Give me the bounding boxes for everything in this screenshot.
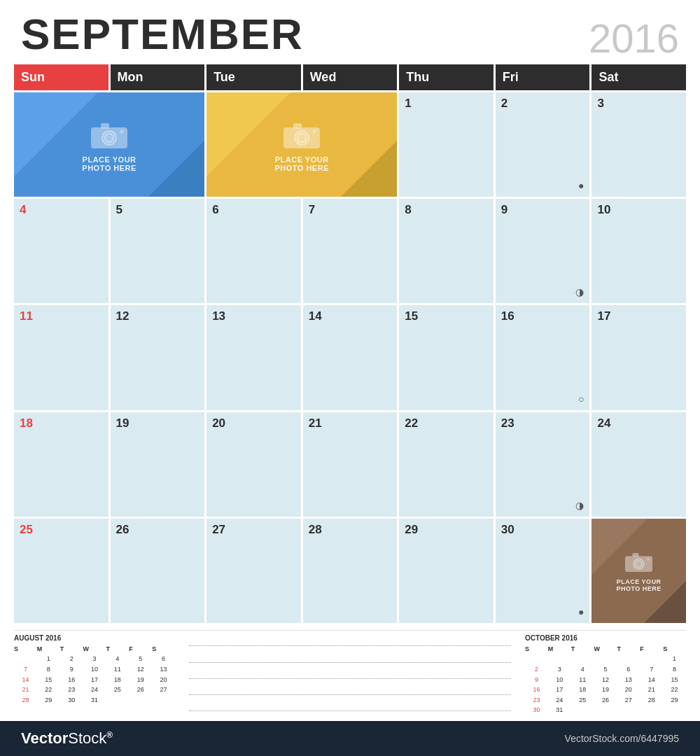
day-num-13: 13: [212, 309, 225, 323]
mc2-h-s: S: [525, 644, 548, 654]
mc-h-t2: T: [106, 644, 129, 654]
day-num-2: 2: [501, 97, 507, 111]
notes-area: [175, 634, 525, 715]
mc-25: 25: [106, 685, 129, 695]
mc2-3: 3: [548, 664, 571, 675]
day-11: 11: [14, 305, 108, 410]
mc2-12: 12: [594, 675, 617, 685]
week-row-5: 25 26 27 28 29 30 ●: [14, 519, 686, 623]
footer-brand-bold: Vector: [21, 729, 68, 747]
footer-brand-light: Stock: [68, 729, 106, 747]
day-header-thu: Thu: [399, 64, 493, 90]
mc-22: 22: [37, 685, 60, 695]
day-18: 18: [14, 412, 108, 517]
day-19: 19: [111, 412, 205, 517]
year-title: 2016: [589, 18, 679, 59]
day-num-19: 19: [116, 416, 130, 430]
day-header-tue: Tue: [206, 64, 301, 90]
svg-rect-13: [633, 553, 639, 557]
mini-cal-next-title: OCTOBER 2016: [525, 634, 686, 642]
day-24: 24: [592, 412, 686, 517]
mc2-4: 4: [571, 664, 594, 675]
mc-1: 1: [37, 654, 60, 664]
mc-26: 26: [129, 685, 152, 695]
mc-29: 29: [37, 695, 60, 706]
mc-15: 15: [37, 675, 60, 685]
day-13: 13: [206, 305, 301, 410]
day-num-17: 17: [597, 309, 610, 323]
day-14: 14: [303, 305, 398, 410]
day-num-22: 22: [405, 416, 418, 430]
day-12: 12: [111, 305, 205, 410]
mc2-e5: [617, 654, 640, 664]
note-line-5: [189, 701, 511, 711]
day-num-29: 29: [405, 523, 418, 537]
mini-cal-prev-title: AUGUST 2016: [14, 634, 175, 642]
mc-h-f: F: [129, 644, 152, 654]
mc-9: 9: [60, 664, 83, 675]
day-5: 5: [111, 199, 205, 303]
mc-8: 8: [37, 664, 60, 675]
week-row-2: 4 5 6 7 8 9 ◑ 10: [14, 199, 686, 303]
mc-17: 17: [83, 675, 106, 685]
mc-11: 11: [106, 664, 129, 675]
day-8: 8: [399, 199, 493, 303]
mc2-19: 19: [594, 685, 617, 695]
mc-16: 16: [60, 675, 83, 685]
mc2-16: 16: [525, 685, 548, 695]
day-25: 25: [14, 519, 108, 623]
mc-20: 20: [152, 675, 175, 685]
day-30: 30 ●: [496, 519, 590, 623]
mc2-15: 15: [663, 675, 686, 685]
mc2-26: 26: [594, 695, 617, 706]
mc2-11: 11: [571, 675, 594, 685]
mc-2: 2: [60, 654, 83, 664]
day-17: 17: [592, 305, 686, 410]
day-num-16: 16: [501, 309, 514, 323]
day-num-3: 3: [597, 97, 603, 111]
mc-3: 3: [83, 654, 106, 664]
day-num-23: 23: [501, 416, 514, 430]
photo-text-3: PLACE YOURPHOTO HERE: [617, 578, 662, 592]
bottom-section: AUGUST 2016 S M T W T F S 1 2 3 4 5 6 7 …: [0, 631, 700, 721]
mc-5: 5: [129, 654, 152, 664]
day-26: 26: [111, 519, 205, 623]
mini-cal-prev: AUGUST 2016 S M T W T F S 1 2 3 4 5 6 7 …: [14, 634, 175, 715]
day-num-26: 26: [116, 523, 130, 537]
mc2-31: 31: [548, 705, 571, 715]
day-num-28: 28: [309, 523, 322, 537]
footer-brand: VectorStock®: [21, 729, 113, 748]
moon-16: ○: [578, 393, 584, 405]
mc2-h-w: W: [594, 644, 617, 654]
mc2-h-t: T: [571, 644, 594, 654]
mc2-17: 17: [548, 685, 571, 695]
mc2-7: 7: [640, 664, 663, 675]
photo-text-2: PLACE YOURPHOTO HERE: [274, 155, 329, 172]
mc2-27: 27: [617, 695, 640, 706]
note-line-3: [189, 669, 511, 679]
day-7: 7: [303, 199, 398, 303]
mc2-e8: [594, 705, 617, 715]
week-row-4: 18 19 20 21 22 23 ◑ 24: [14, 412, 686, 517]
day-28: 28: [303, 519, 398, 623]
moon-30: ●: [578, 606, 584, 617]
day-22: 22: [399, 412, 493, 517]
mc-e4: [152, 695, 175, 706]
svg-rect-3: [101, 123, 109, 129]
mc2-21: 21: [640, 685, 663, 695]
mc2-24: 24: [548, 695, 571, 706]
mc2-10: 10: [548, 675, 571, 685]
mc-14: 14: [14, 675, 37, 685]
mc2-e10: [640, 705, 663, 715]
day-num-30: 30: [501, 523, 514, 537]
day-num-18: 18: [20, 416, 33, 430]
mc-h-t: T: [60, 644, 83, 654]
day-num-8: 8: [405, 203, 411, 217]
mc2-13: 13: [617, 675, 640, 685]
day-10: 10: [592, 199, 686, 303]
photo-cell-2: PLACE YOURPHOTO HERE: [206, 92, 397, 197]
svg-rect-8: [293, 123, 302, 129]
mc2-h-f: F: [640, 644, 663, 654]
mc-h-s2: S: [152, 644, 175, 654]
mc2-e4: [594, 654, 617, 664]
